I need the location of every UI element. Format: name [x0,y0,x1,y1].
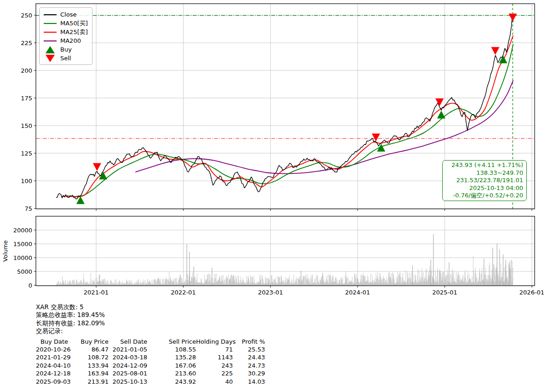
svg-text:2022-01: 2022-01 [171,289,196,296]
legend-label: MA25[卖] [60,28,88,36]
trade-row: 2024-04-10133.942024-12-09167.0624324.73 [36,362,265,369]
col-sell-price: Sell Price [147,338,196,346]
trade-count-line: XAR 交易次数: 5 [36,303,265,311]
trade-buy-price: 213.91 [68,378,109,386]
legend-item-ma200: MA200 [43,36,88,45]
trade-profit-pct: 24.73 [233,362,265,369]
trade-holding-days: 71 [196,346,233,353]
svg-text:0: 0 [29,282,32,289]
svg-text:125: 125 [21,150,32,157]
legend-item-ma50: MA50[买] [43,19,88,28]
trade-buy-price: 108.72 [68,353,109,361]
trade-row: 2021-01-29108.722024-03-18135.28114324.4… [36,353,265,361]
annotation-range: 138.33~249.70 [444,169,523,177]
trade-buy-date: 2024-12-18 [36,369,68,377]
trade-sell-price: 135.28 [147,353,196,361]
col-buy-date: Buy Date [36,338,68,346]
svg-text:150: 150 [21,122,32,129]
trade-profit-pct: 25.53 [233,346,265,353]
trade-holding-days: 225 [196,369,233,377]
trade-profit-pct: 30.29 [233,369,265,377]
legend-label: MA50[买] [60,19,88,28]
volume-spike [323,273,323,285]
volume-spike [497,243,497,285]
trade-table-header: Buy Date Buy Price Sell Date Sell Price … [36,338,265,346]
sell-marker-icon [43,54,57,63]
legend-label: Close [60,11,76,18]
svg-text:250: 250 [21,12,32,19]
ma200-line-swatch [43,37,57,45]
annotation-price-change: 243.93 (+4.11 +1.71%) [444,161,523,169]
annotation-bias: -0.76/偏空/+0.52/+0.20 [444,192,523,200]
trade-holding-days: 243 [196,362,233,369]
trade-sell-price: 243.92 [147,378,196,386]
trade-profit-pct: 24.43 [233,353,265,361]
volume-spike [492,248,493,285]
sell-marker [93,163,101,171]
trade-holding-days: 40 [196,378,233,386]
svg-text:15000: 15000 [13,241,32,248]
volume-spike [509,262,509,285]
annotation-datetime: 2025-10-13 04:00 [444,184,523,192]
svg-text:2024-01: 2024-01 [345,289,370,296]
volume-spike [499,250,500,285]
legend-item-close: Close [43,10,88,19]
trade-record-title: 交易记录: [36,327,265,335]
volume-spike [484,259,484,285]
svg-text:100: 100 [21,178,32,184]
trade-row: 2020-10-2686.472021-01-05108.557125.53 [36,346,265,353]
legend-item-ma25: MA25[卖] [43,28,88,36]
volume-spike [449,262,449,285]
series-ma200 [135,81,513,174]
buy-marker [437,111,445,119]
close-line-swatch [43,11,57,19]
trade-sell-date: 2024-12-09 [109,362,147,369]
sell-marker [508,14,517,22]
trade-buy-price: 133.94 [68,362,109,369]
svg-text:5000: 5000 [17,268,32,275]
svg-text:2026-01: 2026-01 [519,289,544,296]
trade-sell-price: 108.55 [147,346,196,353]
svg-text:2025-01: 2025-01 [432,289,457,296]
trade-buy-price: 163.94 [68,369,109,377]
sell-marker [491,47,499,55]
volume-spike [99,275,100,285]
volume-spike [506,260,506,285]
buy-marker [499,56,507,63]
svg-text:200: 200 [21,67,32,74]
trade-sell-date: 2025-10-13 [109,378,147,386]
trade-sell-price: 213.60 [147,369,196,377]
legend-label: MA200 [60,37,81,44]
strategy-backtest-figure: 7510012515017520022525005000100001500020… [0,0,548,392]
ma25-line-swatch [43,28,57,36]
hold-return-line: 长期持有收益: 182.09% [36,319,265,327]
trade-sell-date: 2025-08-01 [109,369,147,377]
annotation-ma-values: 231.53/223.78/191.01 [444,177,523,184]
volume-spike [433,234,433,285]
trade-sell-date: 2024-03-18 [109,353,147,361]
svg-text:2021-01: 2021-01 [84,289,109,296]
svg-text:20000: 20000 [13,227,32,234]
strategy-stats-block: XAR 交易次数: 5 策略总收益率: 189.45% 长期持有收益: 182.… [36,303,265,386]
trade-profit-pct: 14.03 [233,378,265,386]
volume-spike [189,252,190,285]
trade-holding-days: 1143 [196,353,233,361]
trade-buy-date: 2020-10-26 [36,346,68,353]
svg-text:75: 75 [24,205,32,212]
trade-sell-price: 167.06 [147,362,196,369]
svg-text:2023-01: 2023-01 [258,289,283,296]
trade-buy-date: 2025-09-03 [36,378,68,386]
volume-spike [412,265,413,285]
last-quote-annotation: 243.93 (+4.11 +1.71%) 138.33~249.70 231.… [442,160,527,201]
svg-text:10000: 10000 [13,254,32,261]
svg-text:175: 175 [21,95,32,102]
volume-spike [503,254,503,285]
trade-buy-date: 2024-04-10 [36,362,68,369]
legend-item-buy: Buy [43,45,88,54]
legend-label: Buy [60,46,72,53]
trade-buy-date: 2021-01-29 [36,353,68,361]
volume-axis-label: Volume [2,240,9,262]
svg-text:225: 225 [21,40,32,46]
volume-spike [194,266,194,285]
legend-label: Sell [60,55,71,62]
